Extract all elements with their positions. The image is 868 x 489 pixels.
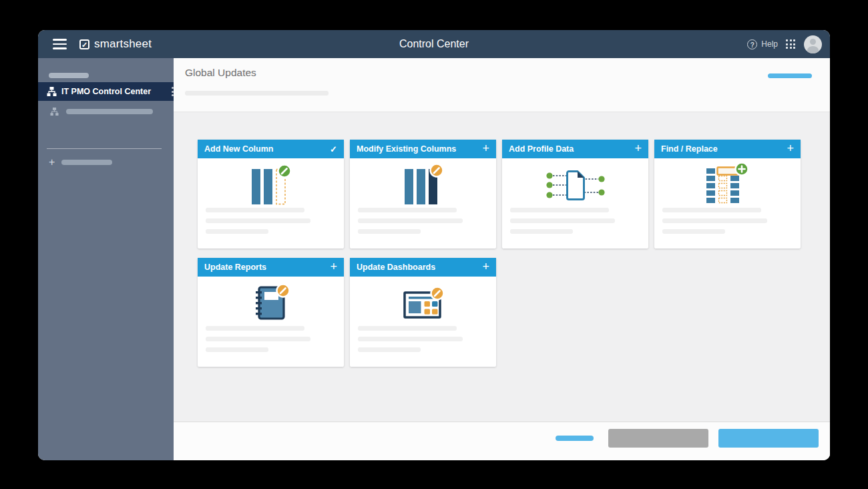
add-column-icon (198, 158, 344, 208)
sidebar-add-item[interactable]: + (49, 157, 112, 168)
card-header[interactable]: Find / Replace + (654, 140, 801, 158)
placeholder-line (358, 208, 457, 212)
placeholder-line (358, 326, 457, 331)
placeholder-line (206, 347, 268, 352)
secondary-button-placeholder[interactable] (608, 429, 708, 448)
placeholder-line (510, 229, 573, 234)
pencil-badge-icon (430, 164, 443, 177)
sidebar-item-it-pmo-control-center[interactable]: IT PMO Control Center (38, 82, 182, 101)
card-add-new-column: Add New Column ✓ (198, 140, 344, 249)
sidebar: IT PMO Control Center + (38, 58, 174, 460)
placeholder-line (358, 229, 421, 234)
plus-icon[interactable]: + (634, 142, 642, 154)
modify-columns-icon (350, 158, 496, 208)
content-area: Add New Column ✓ (174, 112, 830, 422)
main-area: Global Updates Add New Column ✓ (174, 58, 830, 460)
sidebar-placeholder-bar (66, 109, 153, 114)
primary-button-placeholder[interactable] (718, 429, 819, 448)
plus-icon[interactable]: + (330, 261, 337, 273)
placeholder-line (662, 229, 725, 234)
placeholder-line (206, 218, 310, 223)
card-update-dashboards: Update Dashboards + (350, 258, 496, 367)
pencil-badge-icon (278, 165, 290, 178)
plus-badge-icon (735, 163, 748, 176)
placeholder-line (662, 208, 761, 212)
sidebar-item-placeholder[interactable] (50, 108, 153, 116)
card-header[interactable]: Add New Column ✓ (198, 140, 344, 158)
card-modify-existing-columns: Modify Existing Columns + (350, 140, 496, 249)
pencil-badge-icon (431, 287, 443, 300)
card-add-profile-data: Add Profile Data + (502, 140, 648, 249)
card-header[interactable]: Add Profile Data + (502, 140, 648, 158)
find-replace-icon (654, 158, 801, 208)
placeholder-line (510, 208, 609, 212)
reports-notebook-icon (198, 277, 344, 326)
plus-icon[interactable]: + (787, 142, 794, 154)
card-find-replace: Find / Replace + (654, 140, 801, 249)
dashboards-icon (350, 277, 496, 326)
placeholder-line (358, 347, 421, 352)
card-header[interactable]: Modify Existing Columns + (350, 140, 496, 158)
header-action-placeholder-button[interactable] (768, 73, 812, 78)
org-chart-icon (50, 108, 59, 116)
sidebar-placeholder-bar (61, 160, 112, 165)
user-avatar[interactable] (804, 35, 822, 53)
footer-link-placeholder[interactable] (556, 436, 594, 441)
card-update-reports: Update Reports + (198, 258, 344, 367)
footer-bar (174, 422, 830, 460)
card-grid: Add New Column ✓ (198, 140, 801, 367)
placeholder-line (206, 337, 310, 341)
page-heading: Global Updates (185, 67, 256, 79)
plus-icon[interactable]: + (482, 142, 489, 154)
plus-icon[interactable]: + (482, 261, 489, 273)
check-icon[interactable]: ✓ (330, 145, 337, 154)
placeholder-line (358, 337, 463, 341)
sidebar-divider (47, 148, 162, 149)
profile-data-icon (502, 158, 648, 208)
page-title-topbar: Control Center (38, 38, 830, 50)
placeholder-line (206, 326, 304, 331)
pencil-badge-icon (276, 285, 289, 297)
org-chart-icon (47, 87, 57, 96)
heading-placeholder-bar (185, 91, 329, 96)
card-header[interactable]: Update Dashboards + (350, 258, 496, 277)
sidebar-placeholder-bar (49, 73, 89, 78)
sidebar-item-label: IT PMO Control Center (61, 87, 151, 96)
placeholder-line (510, 218, 615, 223)
placeholder-line (358, 218, 463, 223)
placeholder-line (206, 229, 268, 234)
placeholder-line (206, 208, 304, 212)
card-header[interactable]: Update Reports + (198, 258, 344, 277)
placeholder-line (662, 218, 767, 223)
top-bar: ✓ smartsheet Control Center ? Help (38, 30, 830, 58)
app-window: ✓ smartsheet Control Center ? Help (38, 30, 830, 460)
plus-icon: + (49, 157, 55, 168)
content-header: Global Updates (174, 58, 830, 112)
